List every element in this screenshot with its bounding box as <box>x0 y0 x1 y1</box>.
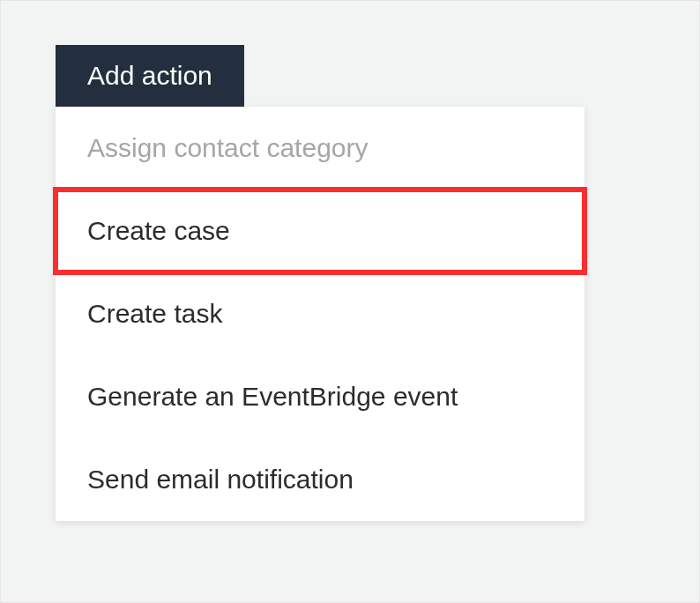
menu-item-create-case[interactable]: Create case <box>56 190 585 272</box>
menu-item-label: Generate an EventBridge event <box>87 382 458 411</box>
menu-item-label: Send email notification <box>87 465 354 494</box>
dropdown-container: Add action Assign contact category Creat… <box>56 45 585 521</box>
add-action-label: Add action <box>87 61 212 90</box>
menu-item-label: Create case <box>87 216 230 245</box>
menu-item-generate-eventbridge-event[interactable]: Generate an EventBridge event <box>56 355 585 438</box>
dropdown-menu: Assign contact category Create case Crea… <box>56 107 585 521</box>
add-action-button[interactable]: Add action <box>56 45 244 107</box>
menu-item-create-task[interactable]: Create task <box>56 272 585 355</box>
menu-item-send-email-notification[interactable]: Send email notification <box>56 438 585 521</box>
menu-item-assign-contact-category: Assign contact category <box>56 107 585 190</box>
menu-item-label: Assign contact category <box>87 133 369 162</box>
menu-item-label: Create task <box>87 299 222 328</box>
